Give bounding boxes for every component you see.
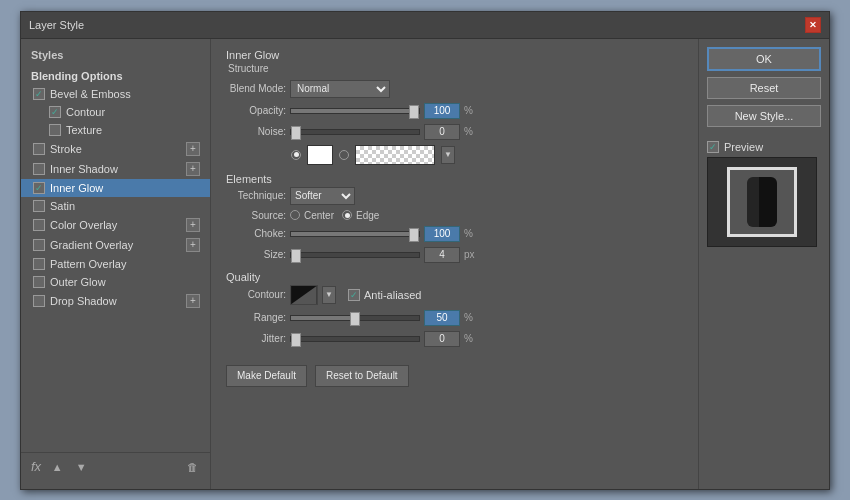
sidebar-item-color-overlay[interactable]: Color Overlay + [21,215,210,235]
noise-slider-handle[interactable] [291,126,301,140]
sidebar-item-contour[interactable]: Contour [21,103,210,121]
solid-color-radio[interactable] [291,150,301,160]
gradient-swatch[interactable] [355,145,435,165]
drop-shadow-add-button[interactable]: + [186,294,200,308]
contour-label: Contour [66,106,105,118]
texture-checkbox[interactable] [49,124,61,136]
anti-aliased-label: Anti-aliased [364,289,421,301]
range-row: Range: % [226,310,683,326]
ok-button[interactable]: OK [707,47,821,71]
inner-shadow-label: Inner Shadow [50,163,118,175]
jitter-slider[interactable] [290,336,420,342]
make-default-button[interactable]: Make Default [226,365,307,387]
inner-glow-checkbox[interactable] [33,182,45,194]
gradient-dropdown[interactable]: ▼ [441,146,455,164]
center-radio[interactable] [290,210,300,220]
color-overlay-checkbox[interactable] [33,219,45,231]
move-down-button[interactable]: ▼ [73,459,89,475]
satin-checkbox[interactable] [33,200,45,212]
choke-slider-handle[interactable] [409,228,419,242]
technique-row: Technique: Softer Precise [226,187,683,205]
pattern-overlay-checkbox[interactable] [33,258,45,270]
source-row: Source: Center Edge [226,210,683,221]
title-bar: Layer Style ✕ [21,12,829,39]
jitter-row: Jitter: % [226,331,683,347]
contour-dropdown[interactable]: ▼ [322,286,336,304]
technique-select[interactable]: Softer Precise [290,187,355,205]
gradient-overlay-checkbox[interactable] [33,239,45,251]
size-label: Size: [226,249,286,260]
inner-shadow-add-button[interactable]: + [186,162,200,176]
size-input[interactable] [424,247,460,263]
stroke-label: Stroke [50,143,82,155]
range-label: Range: [226,312,286,323]
opacity-label: Opacity: [226,105,286,116]
choke-unit: % [464,228,480,239]
gradient-radio[interactable] [339,150,349,160]
edge-radio[interactable] [342,210,352,220]
sidebar-item-inner-glow[interactable]: Inner Glow [21,179,210,197]
preview-canvas [707,157,817,247]
anti-aliased-checkbox[interactable] [348,289,360,301]
color-swatch[interactable] [307,145,333,165]
sidebar-item-outer-glow[interactable]: Outer Glow [21,273,210,291]
close-button[interactable]: ✕ [805,17,821,33]
contour-preview[interactable] [290,285,318,305]
left-panel: Styles Blending Options Bevel & Emboss C… [21,39,211,489]
blend-mode-select[interactable]: Normal Dissolve Multiply Screen Overlay [290,80,390,98]
delete-button[interactable]: 🗑 [184,459,200,475]
gradient-overlay-add-button[interactable]: + [186,238,200,252]
noise-row: Noise: % [226,124,683,140]
drop-shadow-label: Drop Shadow [50,295,117,307]
bevel-checkbox[interactable] [33,88,45,100]
size-slider-handle[interactable] [291,249,301,263]
stroke-add-button[interactable]: + [186,142,200,156]
reset-to-default-button[interactable]: Reset to Default [315,365,409,387]
contour-checkbox[interactable] [49,106,61,118]
opacity-input[interactable] [424,103,460,119]
range-slider-handle[interactable] [350,312,360,326]
sidebar-item-drop-shadow[interactable]: Drop Shadow + [21,291,210,311]
color-overlay-add-button[interactable]: + [186,218,200,232]
noise-input[interactable] [424,124,460,140]
quality-title: Quality [226,271,683,283]
blending-label: Blending Options [31,70,123,82]
opacity-slider-handle[interactable] [409,105,419,119]
styles-title: Styles [21,47,210,67]
inner-shadow-checkbox[interactable] [33,163,45,175]
preview-checkbox[interactable] [707,141,719,153]
preview-pill [747,177,777,227]
jitter-input[interactable] [424,331,460,347]
opacity-slider[interactable] [290,108,420,114]
contour-label: Contour: [226,289,286,300]
sidebar-item-bevel[interactable]: Bevel & Emboss [21,85,210,103]
range-unit: % [464,312,480,323]
sidebar-item-satin[interactable]: Satin [21,197,210,215]
sidebar-item-stroke[interactable]: Stroke + [21,139,210,159]
choke-slider[interactable] [290,231,420,237]
jitter-slider-handle[interactable] [291,333,301,347]
sidebar-item-texture[interactable]: Texture [21,121,210,139]
sidebar-item-blending[interactable]: Blending Options [21,67,210,85]
elements-title: Elements [226,173,683,185]
inner-glow-title: Inner Glow [226,49,683,61]
reset-button[interactable]: Reset [707,77,821,99]
bevel-label: Bevel & Emboss [50,88,131,100]
source-label: Source: [226,210,286,221]
texture-label: Texture [66,124,102,136]
sidebar-item-pattern-overlay[interactable]: Pattern Overlay [21,255,210,273]
stroke-checkbox[interactable] [33,143,45,155]
drop-shadow-checkbox[interactable] [33,295,45,307]
sidebar-item-gradient-overlay[interactable]: Gradient Overlay + [21,235,210,255]
new-style-button[interactable]: New Style... [707,105,821,127]
range-input[interactable] [424,310,460,326]
opacity-row: Opacity: % [226,103,683,119]
choke-input[interactable] [424,226,460,242]
outer-glow-checkbox[interactable] [33,276,45,288]
move-up-button[interactable]: ▲ [49,459,65,475]
range-slider[interactable] [290,315,420,321]
noise-slider[interactable] [290,129,420,135]
size-unit: px [464,249,480,260]
sidebar-item-inner-shadow[interactable]: Inner Shadow + [21,159,210,179]
size-slider[interactable] [290,252,420,258]
